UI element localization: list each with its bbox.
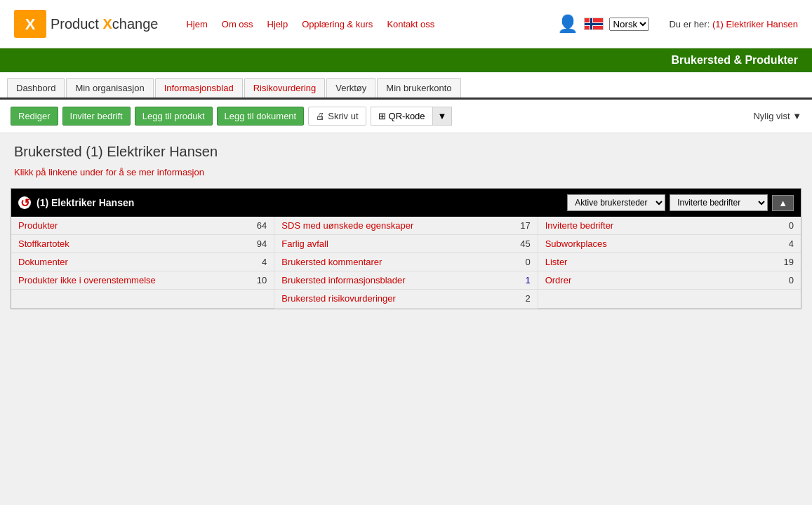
logo-text: Product Xchange (51, 16, 158, 32)
brukersted-risiko-link[interactable]: Brukersted risikovurderinger (281, 293, 396, 304)
add-document-button[interactable]: Legg til dokument (217, 107, 305, 126)
sds-link[interactable]: SDS med uønskede egenskaper (281, 220, 413, 231)
tab-risikovurdering[interactable]: Risikovurdering (244, 78, 326, 97)
main-content: ↺ (1) Elektriker Hansen Aktive brukerste… (0, 188, 812, 323)
qr-icon: ⊞ (378, 111, 386, 121)
tabs-bar: Dashbord Min organisasjon Informasjonsbl… (0, 72, 812, 100)
print-button[interactable]: 🖨 Skriv ut (308, 107, 366, 126)
produkter-count: 64 (249, 220, 267, 231)
produkter-ikke-count: 10 (249, 275, 267, 285)
list-item: Brukersted informasjonsblader 1 (274, 271, 537, 290)
data-col-3: Inviterte bedrifter 0 Subworkplaces 4 Li… (538, 217, 801, 309)
list-item: Produkter 64 (11, 217, 274, 235)
ordrer-count: 0 (776, 275, 794, 285)
edit-button[interactable]: Rediger (11, 107, 58, 126)
qr-code-dropdown-arrow[interactable]: ▼ (432, 107, 453, 126)
data-section: Produkter 64 Stoffkartotek 94 Dokumenter… (11, 217, 801, 309)
list-item: Brukersted risikovurderinger 2 (274, 290, 537, 307)
inviterte-count: 0 (776, 220, 794, 231)
inviterte-link[interactable]: Inviterte bedrifter (545, 220, 614, 231)
language-flag (584, 18, 604, 30)
data-col-1: Produkter 64 Stoffkartotek 94 Dokumenter… (11, 217, 274, 309)
logo-icon: X (14, 10, 46, 38)
dokumenter-count: 4 (249, 257, 267, 267)
breadcrumb-prefix: Du er her: (669, 19, 710, 29)
qr-code-button[interactable]: ⊞ QR-kode (371, 107, 432, 126)
nav-hjelp[interactable]: Hjelp (267, 19, 288, 29)
list-item: Ordrer 0 (538, 271, 801, 290)
sds-count: 17 (513, 220, 531, 231)
refresh-icon[interactable]: ↺ (18, 196, 31, 209)
produkter-link[interactable]: Produkter (18, 220, 58, 231)
subworkplaces-link[interactable]: Subworkplaces (545, 238, 607, 249)
green-bar-title: Brukersted & Produkter (672, 54, 799, 66)
printer-icon: 🖨 (316, 111, 325, 121)
header: X Product Xchange Hjem Om oss Hjelp Oppl… (0, 0, 812, 48)
list-item: Farlig avfall 45 (274, 235, 537, 253)
page-title: Brukersted (1) Elektriker Hansen (0, 133, 812, 163)
logo: X Product Xchange (14, 10, 158, 38)
workplace-header: ↺ (1) Elektriker Hansen Aktive brukerste… (11, 189, 801, 217)
invite-company-button[interactable]: Inviter bedrift (62, 107, 131, 126)
workplace-header-title: ↺ (1) Elektriker Hansen (18, 196, 560, 209)
list-item: Produkter ikke i overenstemmelse 10 (11, 271, 274, 290)
brukersted-infoblad-link[interactable]: Brukersted informasjonsblader (281, 275, 405, 285)
nav-opplaering[interactable]: Opplæring & kurs (302, 19, 373, 29)
workplace-box: ↺ (1) Elektriker Hansen Aktive brukerste… (11, 188, 801, 309)
produkter-ikke-link[interactable]: Produkter ikke i overenstemmelse (18, 275, 156, 285)
workplace-selects: Aktive brukersteder Inviterte bedrifter … (567, 194, 794, 211)
list-item: Stoffkartotek 94 (11, 235, 274, 253)
dokumenter-link[interactable]: Dokumenter (18, 257, 68, 267)
subworkplaces-count: 4 (776, 238, 794, 249)
lister-link[interactable]: Lister (545, 257, 568, 267)
list-item: Subworkplaces 4 (538, 235, 801, 253)
header-right: 👤 Norsk Du er her: (1) Elektriker Hansen (557, 14, 798, 34)
tab-dashbord[interactable]: Dashbord (7, 78, 65, 97)
user-icon: 👤 (557, 14, 578, 34)
brukersted-kommentarer-count: 0 (513, 257, 531, 267)
invited-companies-select[interactable]: Inviterte bedrifter (670, 194, 768, 211)
recently-viewed[interactable]: Nylig vist ▼ (753, 111, 801, 121)
active-workplaces-select[interactable]: Aktive brukersteder (567, 194, 665, 211)
ordrer-link[interactable]: Ordrer (545, 275, 572, 285)
list-item: SDS med uønskede egenskaper 17 (274, 217, 537, 235)
tab-min-organisasjon[interactable]: Min organisasjon (66, 78, 153, 97)
chevron-down-icon: ▼ (792, 111, 801, 121)
brukersted-infoblad-count: 1 (513, 275, 531, 285)
svg-text:X: X (25, 15, 36, 33)
language-select[interactable]: Norsk (609, 18, 649, 31)
tab-informasjonsblad[interactable]: Informasjonsblad (155, 78, 243, 97)
brukersted-kommentarer-link[interactable]: Brukersted kommentarer (281, 257, 382, 267)
nav-hjem[interactable]: Hjem (186, 19, 207, 29)
stoffkartotek-link[interactable]: Stoffkartotek (18, 238, 69, 249)
breadcrumb-link[interactable]: (1) Elektriker Hansen (712, 19, 798, 29)
nav-om-oss[interactable]: Om oss (222, 19, 253, 29)
data-col-2: SDS med uønskede egenskaper 17 Farlig av… (274, 217, 538, 309)
brukersted-risiko-count: 2 (513, 293, 531, 304)
logo-bold: X (102, 16, 112, 32)
empty-row (538, 290, 801, 309)
green-bar: Brukersted & Produkter (0, 48, 812, 72)
list-item: Brukersted kommentarer 0 (274, 253, 537, 271)
toolbar: Rediger Inviter bedrift Legg til produkt… (0, 100, 812, 133)
farlig-avfall-count: 45 (513, 238, 531, 249)
add-product-button[interactable]: Legg til produkt (135, 107, 213, 126)
stoffkartotek-count: 94 (249, 238, 267, 249)
page-subtitle[interactable]: Klikk på linkene under for å se mer info… (0, 163, 812, 188)
nav-kontakt[interactable]: Kontakt oss (387, 19, 434, 29)
breadcrumb: Du er her: (1) Elektriker Hansen (669, 19, 798, 29)
list-item: Lister 19 (538, 253, 801, 271)
list-item: Inviterte bedrifter 0 (538, 217, 801, 235)
list-item: Dokumenter 4 (11, 253, 274, 271)
lister-count: 19 (776, 257, 794, 267)
expand-button[interactable]: ▲ (772, 195, 794, 211)
farlig-avfall-link[interactable]: Farlig avfall (281, 238, 328, 249)
main-nav: Hjem Om oss Hjelp Opplæring & kurs Konta… (186, 19, 557, 29)
tab-min-brukerkonto[interactable]: Min brukerkonto (377, 78, 460, 97)
empty-row (11, 290, 274, 309)
tab-verktoy[interactable]: Verktøy (326, 78, 375, 97)
workplace-name: (1) Elektriker Hansen (36, 197, 134, 208)
qr-code-split-button: ⊞ QR-kode ▼ (371, 107, 453, 126)
